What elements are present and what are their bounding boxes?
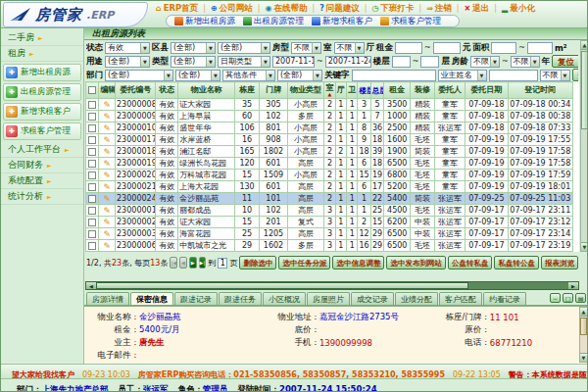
scroll-right-icon[interactable]: ▶ [568,282,578,289]
age-min-select[interactable]: 不限▼ [470,56,500,68]
row-checkbox[interactable] [88,172,96,179]
column-header-编辑[interactable]: 编辑 [99,82,116,99]
area-min-input[interactable] [491,42,516,54]
rent-min-input[interactable] [395,42,422,54]
column-header-门牌[interactable]: 门牌 [260,82,288,99]
edit-row-icon[interactable]: ✎ [103,182,111,192]
tab-listing-detail[interactable]: 房源详情 [86,292,129,305]
reset-button[interactable]: 复位 [552,55,578,68]
row-checkbox[interactable] [88,124,96,132]
table-row[interactable]: ✎23000017有效水岸蓝桥16908小高层2119181600毛坯童军07-… [86,134,573,146]
edit-row-icon[interactable]: ✎ [103,218,111,227]
sidebar-group-stats-analysis[interactable]: 统计分析► [1,189,83,205]
row-checkbox[interactable] [88,160,96,168]
row-checkbox[interactable] [88,230,96,238]
table-row[interactable]: ✎23000019有效绿洲长岛花园120601高层2116186500毛坯童军0… [86,158,573,170]
prev-page-button[interactable]: ◀ [179,257,187,269]
date-to-input[interactable]: 2007-11-24 [325,56,371,68]
assign-selected-task-button[interactable]: 选中任务分派 [278,256,330,270]
toolbar-link-erp-home[interactable]: ⌂ERP首页 [156,3,198,15]
column-header-委托日期[interactable]: 委托日期 [466,82,508,99]
row-checkbox[interactable] [88,101,96,109]
sidebar-item-manage-rental-listing[interactable]: ✚出租房源管理 [3,83,81,101]
scroll-up-icon[interactable]: ▲ [580,308,587,317]
table-row[interactable]: ✎23000010有效盛世年华106801小高层2118362500精装张运军0… [86,122,573,134]
toolbar-link-logout[interactable]: ⇒注销 [426,3,452,15]
table-row[interactable]: ✎23000020有效万科城市花园151509小高层21115196800毛坯童… [86,170,573,181]
tab-viewing-records[interactable]: 约看记录 [483,292,526,305]
table-row[interactable]: ✎23000009有效上海早晨60102多层211171000精装童军07-09… [86,111,573,122]
column-header-委托人[interactable]: 委托人 [435,82,466,99]
tab-follow-up-tasks[interactable]: 跟进任务 [219,292,262,305]
edit-row-icon[interactable]: ✎ [103,123,111,133]
limit-select[interactable]: 不限▼ [540,70,570,81]
panel-minimize-icon[interactable]: − [550,293,561,303]
rent-max-input[interactable] [433,42,461,54]
table-row[interactable]: ✎23000024有效金沙丽晶苑11101高层2111225400简装张运军07… [86,193,573,205]
tab-performance-split[interactable]: 业绩分配 [395,292,438,305]
district-select[interactable]: (全部)▼ [171,42,216,54]
column-header-装修[interactable]: 装修 [411,82,435,99]
edit-row-icon[interactable]: ✎ [103,241,111,251]
toolbar-link-feedback[interactable]: ?问题建议 [319,3,360,15]
scroll-down-icon[interactable]: ▼ [580,353,587,362]
goto-page-input[interactable]: 1 [218,258,227,269]
date-type-select[interactable]: 日期类型▼ [218,56,270,68]
column-header-室[interactable]: 室▲ [324,82,335,99]
table-row[interactable]: ✎23000002有效证大家园15201复式3112156200中装张运军07-… [86,217,573,228]
scrollbar-thumb[interactable] [580,318,587,335]
column-header-厅[interactable]: 厅 [335,82,346,99]
edit-row-icon[interactable]: ✎ [103,159,111,169]
edit-row-icon[interactable]: ✎ [103,135,111,145]
toolbar-link-company-site[interactable]: ⊕公司网站 [211,3,253,15]
report-view-button[interactable]: 报表浏览 [541,256,578,270]
keyword-input[interactable] [352,70,436,81]
quick-link-manage-rental-listing[interactable]: 出租房源管理 [243,16,304,27]
quick-link-new-rental-listing[interactable]: 新增出租房源 [174,16,235,27]
halls-select[interactable]: 不限▼ [334,42,365,54]
rooms-select[interactable]: 不限▼ [291,42,321,54]
last-page-button[interactable]: ▶| [199,257,207,269]
tab-follow-up-records[interactable]: 跟进记录 [174,292,218,305]
toolbar-link-clock-out[interactable]: ◷下班打卡 [371,3,414,15]
column-header-物业类型[interactable]: 物业类型 [287,82,323,99]
date-from-input[interactable]: 2007-11-1 [272,56,315,68]
next-page-button[interactable]: ▶ [189,257,197,269]
sidebar-group-personal-workspace[interactable]: 个人工作平台► [1,142,83,158]
scrollbar-thumb[interactable] [96,282,468,289]
scroll-up-icon[interactable]: ▲ [581,41,588,50]
other-condition-select[interactable]: 其他条件▼ [222,70,275,81]
select-all-checkbox[interactable] [88,86,96,94]
edit-row-icon[interactable]: ✎ [103,112,111,122]
owner-name-select[interactable]: 业主姓名▼ [438,70,487,81]
usage-select[interactable]: (全部)▼ [105,56,150,68]
scroll-left-icon[interactable]: ◀ [86,282,96,289]
table-row[interactable]: ✎23000003有效海富花园251205高层31112296500中装张运军0… [86,228,573,240]
table-row[interactable]: ✎23000018有效浦江名邸1651802小高层22118391900简装童军… [86,146,573,158]
sub-department-select[interactable]: (全部)▼ [175,70,220,81]
sidebar-item-new-renter-client[interactable]: ✚新增求租客户 [3,103,81,121]
detail-vertical-scrollbar[interactable]: ▲ ▼ [579,307,588,363]
publish-selected-to-website-button[interactable]: 选中发布到网站 [386,256,446,270]
row-checkbox[interactable] [88,219,96,226]
quick-link-new-renter-client[interactable]: 新增求租客户 [312,16,372,27]
column-header-登记时间[interactable]: 登记时间 [508,82,572,99]
edit-row-icon[interactable]: ✎ [103,194,111,204]
column-header-物业名称[interactable]: 物业名称 [178,82,235,99]
row-checkbox[interactable] [88,183,96,191]
other-value-select[interactable]: (全部)▼ [277,70,322,81]
toolbar-link-minimize[interactable]: ▂最小化 [502,3,535,15]
panel-maximize-icon[interactable]: ▤ [575,293,586,303]
edit-row-icon[interactable]: ✎ [103,147,111,157]
floor-min-input[interactable] [392,56,411,68]
sidebar-group-system-config[interactable]: 系统配置► [1,173,83,189]
sidebar-group-secondhand-house[interactable]: 二手房► [1,30,83,46]
row-checkbox[interactable] [88,242,96,250]
type-select[interactable]: (全部)▼ [171,56,216,68]
column-header-栋座[interactable]: 栋座 [235,82,260,99]
toolbar-link-online-help[interactable]: ◉在线帮助 [265,3,307,15]
tab-client-match[interactable]: 客户匹配 [439,292,482,305]
row-checkbox[interactable] [88,136,96,144]
status-select[interactable]: 有效▼ [105,42,150,54]
table-row[interactable]: ✎23000006有效中凯城市之光291602多层31116296500毛坯张运… [86,240,573,252]
